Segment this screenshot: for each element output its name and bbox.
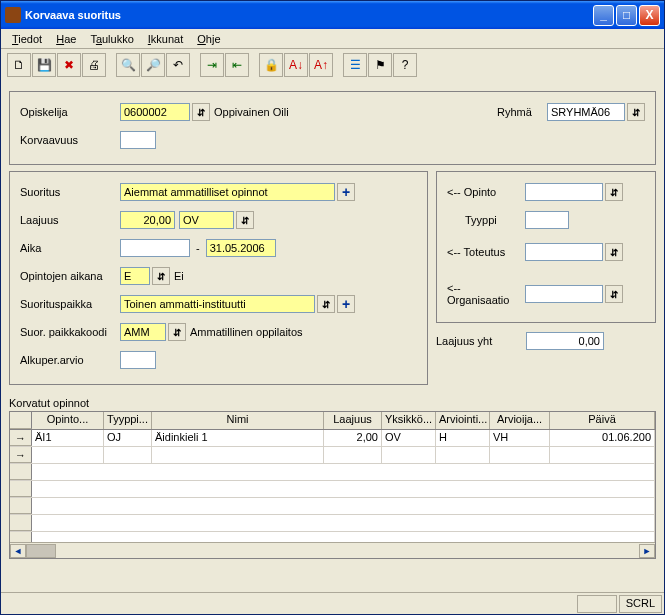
menu-hae[interactable]: Hae [49,31,83,47]
suoritus-input[interactable] [120,183,335,201]
laajuus-unit-lookup-button[interactable]: ⇵ [236,211,254,229]
student-panel: Opiskelija ⇵ Oppivainen Oili Ryhmä ⇵ Kor… [9,91,656,165]
opintojen-label: Opintojen aikana [20,270,120,282]
minimize-button[interactable]: _ [593,5,614,26]
opiskelija-name: Oppivainen Oili [210,106,289,118]
suorituspaikka-add-button[interactable]: + [337,295,355,313]
sort-asc-icon[interactable]: A↓ [284,53,308,77]
suoritus-add-button[interactable]: + [337,183,355,201]
new-icon[interactable]: 🗋 [7,53,31,77]
opintojen-input[interactable] [120,267,150,285]
organisaatio-link-input[interactable] [525,285,603,303]
menu-ohje[interactable]: Ohje [190,31,227,47]
col-arvioija[interactable]: Arvioija... [490,412,550,429]
aika-sep: - [190,242,206,254]
paikkakoodi-lookup-button[interactable]: ⇵ [168,323,186,341]
tree-expand-icon[interactable]: ⇥ [200,53,224,77]
aika-from-input[interactable] [120,239,190,257]
toteutus-link-lookup-button[interactable]: ⇵ [605,243,623,261]
save-icon[interactable]: 💾 [32,53,56,77]
ryhma-label: Ryhmä [497,106,547,118]
row-selector-icon[interactable]: → [10,430,32,446]
toteutus-link-input[interactable] [525,243,603,261]
toolbar: 🗋 💾 ✖ 🖨 🔍 🔎 ↶ ⇥ ⇤ 🔒 A↓ A↑ ☰ ⚑ ? [1,49,664,81]
titlebar: Korvaava suoritus _ □ X [1,1,664,29]
laajuus-unit-input[interactable] [179,211,234,229]
col-opinto[interactable]: Opinto... [32,412,104,429]
laajuus-yht-input[interactable] [526,332,604,350]
lock-icon[interactable]: 🔒 [259,53,283,77]
help-icon[interactable]: ? [393,53,417,77]
print-icon[interactable]: 🖨 [82,53,106,77]
col-tyyppi[interactable]: Tyyppi... [104,412,152,429]
col-yksikko[interactable]: Yksikkö... [382,412,436,429]
opiskelija-label: Opiskelija [20,106,120,118]
alkuper-input[interactable] [120,351,156,369]
menubar: Tiedot Hae Taulukko Ikkunat Ohje [1,29,664,49]
laajuus-yht-label: Laajuus yht [436,335,526,347]
col-arviointi[interactable]: Arviointi... [436,412,490,429]
scroll-left-icon[interactable]: ◄ [10,544,26,558]
app-window: Korvaava suoritus _ □ X Tiedot Hae Taulu… [0,0,665,615]
links-panel: <-- Opinto ⇵ Tyyppi <-- Toteutus ⇵ [436,171,656,323]
opinto-link-label: <-- Opinto [447,186,525,198]
status-scrl: SCRL [619,595,662,613]
statusbar: SCRL [1,592,664,614]
opinto-link-input[interactable] [525,183,603,201]
tree-collapse-icon[interactable]: ⇤ [225,53,249,77]
alkuper-label: Alkuper.arvio [20,354,120,366]
table-row[interactable]: → ÄI1 OJ Äidinkieli 1 2,00 OV H VH 01.06… [10,430,655,447]
suoritus-label: Suoritus [20,186,120,198]
laajuus-label: Laajuus [20,214,120,226]
table-row[interactable]: → [10,447,655,464]
window-title: Korvaava suoritus [25,9,121,21]
list-icon[interactable]: ☰ [343,53,367,77]
opintojen-text: Ei [170,270,184,282]
scroll-right-icon[interactable]: ► [639,544,655,558]
suorituspaikka-lookup-button[interactable]: ⇵ [317,295,335,313]
delete-icon[interactable]: ✖ [57,53,81,77]
toteutus-link-label: <-- Toteutus [447,246,525,258]
zoom-in-icon[interactable]: 🔍 [116,53,140,77]
maximize-button[interactable]: □ [616,5,637,26]
zoom-out-icon[interactable]: 🔎 [141,53,165,77]
close-button[interactable]: X [639,5,660,26]
korvaavuus-input[interactable] [120,131,156,149]
col-laajuus[interactable]: Laajuus [324,412,382,429]
col-nimi[interactable]: Nimi [152,412,324,429]
table-title: Korvatut opinnot [9,397,656,409]
horizontal-scrollbar[interactable]: ◄ ► [10,542,655,558]
col-paiva[interactable]: Päivä [550,412,655,429]
organisaatio-link-lookup-button[interactable]: ⇵ [605,285,623,303]
row-selector-icon[interactable]: → [10,447,32,463]
aika-label: Aika [20,242,120,254]
table-header: Opinto... Tyyppi... Nimi Laajuus Yksikkö… [10,412,655,430]
scroll-thumb[interactable] [26,544,56,558]
ryhma-lookup-button[interactable]: ⇵ [627,103,645,121]
suorituspaikka-input[interactable] [120,295,315,313]
suoritus-panel: Suoritus + Laajuus ⇵ Aika - Opi [9,171,428,385]
sort-desc-icon[interactable]: A↑ [309,53,333,77]
aika-to-input[interactable] [206,239,276,257]
laajuus-input[interactable] [120,211,175,229]
opinto-link-lookup-button[interactable]: ⇵ [605,183,623,201]
app-icon [5,7,21,23]
korvatut-table: Opinto... Tyyppi... Nimi Laajuus Yksikkö… [9,411,656,559]
status-cell-empty [577,595,617,613]
tyyppi-input[interactable] [525,211,569,229]
row-header-corner [10,412,32,429]
menu-taulukko[interactable]: Taulukko [83,31,140,47]
undo-icon[interactable]: ↶ [166,53,190,77]
paikkakoodi-label: Suor. paikkakoodi [20,326,120,338]
content-area: Opiskelija ⇵ Oppivainen Oili Ryhmä ⇵ Kor… [1,81,664,592]
opintojen-lookup-button[interactable]: ⇵ [152,267,170,285]
menu-ikkunat[interactable]: Ikkunat [141,31,190,47]
paikkakoodi-input[interactable] [120,323,166,341]
flag-icon[interactable]: ⚑ [368,53,392,77]
menu-tiedot[interactable]: Tiedot [5,31,49,47]
suorituspaikka-label: Suorituspaikka [20,298,120,310]
opiskelija-input[interactable] [120,103,190,121]
organisaatio-link-label: <-- Organisaatio [447,282,525,306]
opiskelija-lookup-button[interactable]: ⇵ [192,103,210,121]
ryhma-input[interactable] [547,103,625,121]
